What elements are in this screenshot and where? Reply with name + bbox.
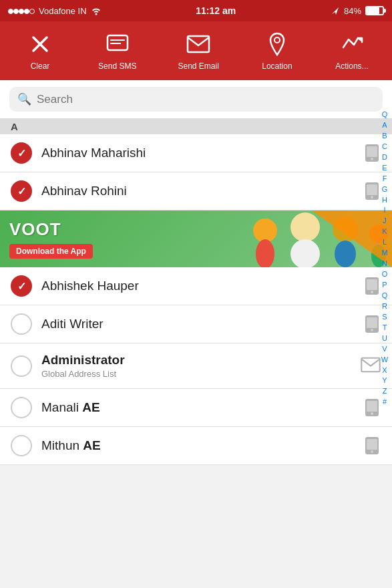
email-icon (185, 31, 212, 57)
contact-item-mithun-ae[interactable]: Mithun AE (0, 427, 392, 465)
index-q[interactable]: Q (382, 291, 388, 301)
svg-rect-9 (367, 146, 377, 157)
status-bar: Vodafone IN 11:12 am 84% (0, 0, 392, 21)
send-email-label: Send Email (178, 61, 218, 71)
index-s[interactable]: S (382, 312, 387, 323)
send-sms-button[interactable]: Send SMS (91, 25, 143, 76)
index-b[interactable]: B (382, 131, 387, 142)
search-input[interactable] (37, 93, 375, 106)
svg-rect-26 (367, 317, 377, 328)
clear-label: Clear (31, 61, 50, 71)
index-m[interactable]: M (381, 248, 387, 259)
index-i[interactable]: I (383, 205, 385, 216)
location-arrow-icon (331, 6, 340, 15)
toolbar: Clear Send SMS Send Email (0, 21, 392, 80)
signal-dots (8, 6, 35, 16)
search-bar: 🔍 (0, 80, 392, 119)
svg-rect-33 (367, 439, 377, 450)
index-p[interactable]: P (382, 280, 387, 291)
svg-point-7 (274, 37, 280, 43)
contact-sublabel: Global Address List (41, 369, 351, 379)
checkbox-abhishek-hauper[interactable] (11, 275, 32, 297)
index-z[interactable]: Z (383, 386, 387, 397)
svg-rect-12 (367, 184, 377, 195)
svg-point-15 (256, 239, 274, 267)
index-h[interactable]: H (382, 195, 387, 206)
sms-icon (104, 31, 131, 57)
checkbox-manali-ae[interactable] (11, 397, 32, 418)
ad-banner[interactable]: VOOT Download the App (0, 210, 392, 267)
location-button[interactable]: Location (254, 25, 301, 76)
svg-point-13 (371, 196, 373, 198)
contact-item-administrator[interactable]: Administrator Global Address List (0, 343, 392, 389)
index-w[interactable]: W (381, 355, 388, 365)
index-u[interactable]: U (382, 333, 387, 344)
index-c[interactable]: C (382, 142, 387, 152)
svg-marker-0 (332, 7, 339, 15)
svg-point-14 (253, 218, 277, 243)
svg-rect-23 (367, 279, 377, 290)
contact-name: Mithun AE (41, 438, 101, 452)
index-q-top[interactable]: Q (382, 110, 388, 120)
carrier-label: Vodafone IN (39, 6, 87, 16)
contact-item-abhishek-hauper[interactable]: Abhishek Hauper (0, 267, 392, 305)
index-r[interactable]: R (382, 301, 387, 312)
checkbox-abhinav-maharishi[interactable] (11, 142, 32, 164)
battery-indicator (365, 6, 384, 15)
contact-item-manali-ae[interactable]: Manali AE (0, 389, 392, 427)
index-a[interactable]: A (382, 120, 387, 131)
index-k[interactable]: K (382, 227, 387, 237)
checkbox-abhinav-rohini[interactable] (11, 180, 32, 202)
index-o[interactable]: O (382, 269, 388, 280)
svg-point-10 (371, 158, 373, 160)
clear-button[interactable]: Clear (17, 25, 63, 76)
index-t[interactable]: T (383, 323, 387, 333)
ad-brand: VOOT (9, 219, 93, 240)
actions-label: Actions... (335, 61, 368, 71)
contact-name: Aditi Writer (41, 317, 104, 331)
contact-name: Abhishek Hauper (41, 279, 139, 293)
svg-rect-30 (367, 401, 377, 412)
ad-cta: Download the App (9, 244, 93, 259)
svg-point-31 (371, 412, 373, 415)
location-icon (264, 31, 290, 57)
index-v[interactable]: V (382, 344, 387, 355)
index-hash[interactable]: # (383, 397, 387, 408)
contact-item-aditi-writer[interactable]: Aditi Writer (0, 305, 392, 343)
index-d[interactable]: D (382, 152, 387, 163)
index-bar: Q A B C D E F G H I J K L M N O P Q R S … (377, 107, 392, 588)
location-label: Location (262, 61, 292, 71)
index-e[interactable]: E (382, 163, 387, 174)
send-email-button[interactable]: Send Email (171, 25, 225, 76)
index-l[interactable]: L (383, 237, 387, 248)
index-g[interactable]: G (382, 184, 388, 195)
contact-name: Administrator (41, 353, 125, 367)
contact-name: Manali AE (41, 400, 100, 414)
status-left: Vodafone IN (8, 6, 102, 16)
checkbox-administrator[interactable] (11, 355, 32, 377)
contact-item-abhinav-maharishi[interactable]: Abhinav Maharishi (0, 134, 392, 172)
index-n[interactable]: N (382, 259, 387, 269)
actions-button[interactable]: Actions... (329, 25, 375, 76)
index-f[interactable]: F (383, 174, 387, 184)
svg-point-27 (371, 329, 373, 331)
send-sms-label: Send SMS (98, 61, 136, 71)
contact-item-abhinav-rohini[interactable]: Abhinav Rohini (0, 172, 392, 210)
section-header-a: A (0, 119, 392, 134)
actions-icon (339, 31, 365, 57)
x-icon (27, 31, 53, 57)
status-right: 84% (331, 6, 384, 16)
svg-point-24 (371, 291, 373, 293)
index-x[interactable]: X (382, 365, 387, 376)
svg-rect-6 (188, 36, 209, 52)
svg-point-34 (371, 450, 373, 453)
contact-name: Abhinav Rohini (41, 184, 127, 198)
checkbox-mithun-ae[interactable] (11, 435, 32, 456)
index-y[interactable]: Y (382, 376, 387, 386)
ad-characters (205, 210, 392, 267)
wifi-icon (91, 6, 102, 15)
checkbox-aditi-writer[interactable] (11, 313, 32, 335)
search-input-wrap[interactable]: 🔍 (9, 87, 383, 112)
search-icon: 🔍 (17, 92, 31, 106)
index-j[interactable]: J (383, 216, 387, 227)
